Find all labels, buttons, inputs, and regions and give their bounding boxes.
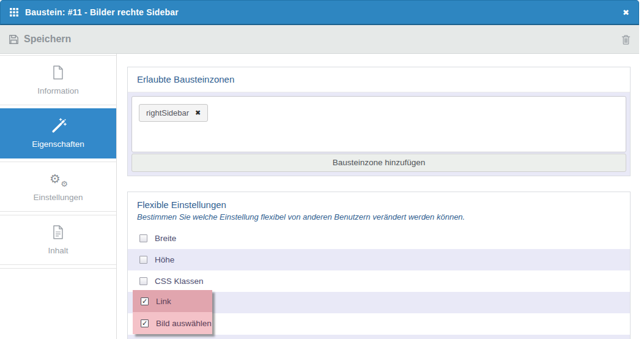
close-icon[interactable]: ✖ — [623, 8, 629, 17]
highlight-overlay: ✓ Link ✓ Bild auswählen — [133, 290, 212, 334]
zone-tag-container[interactable]: rightSidebar ✖ — [131, 96, 626, 152]
sidebar-item-label: Einstellungen — [0, 193, 116, 202]
gears-icon: ⚙ ⚙ — [0, 171, 116, 187]
document-text-icon — [0, 224, 116, 240]
highlighted-option-bild-auswaehlen[interactable]: ✓ Bild auswählen — [133, 312, 212, 334]
option-row-hoehe[interactable]: Höhe — [128, 249, 630, 270]
option-label: Bild auswählen — [156, 319, 212, 328]
zone-tag-label: rightSidebar — [146, 108, 189, 117]
baustein-dialog: Baustein: #11 - Bilder rechte Sidebar ✖ … — [0, 0, 639, 339]
sidebar-divider — [0, 268, 116, 269]
sidebar-item-einstellungen[interactable]: ⚙ ⚙ Einstellungen — [0, 162, 116, 212]
option-row-breite[interactable]: Breite — [128, 228, 630, 249]
grid-icon — [10, 8, 18, 17]
trash-icon — [621, 34, 631, 45]
option-label: Breite — [155, 234, 176, 243]
sidebar-item-label: Eigenschaften — [0, 140, 116, 149]
option-list: Breite Höhe CSS Klassen ✓ Link — [128, 228, 630, 339]
sidebar-item-eigenschaften[interactable]: Eigenschaften — [0, 108, 116, 158]
zone-tag: rightSidebar ✖ — [139, 104, 208, 122]
flexible-panel-header: Flexible Einstellungen Bestimmen Sie wel… — [128, 192, 630, 228]
sidebar-item-information[interactable]: Information — [0, 55, 116, 105]
sidebar: Information Eigenschaften — [0, 54, 117, 339]
option-label: Höhe — [155, 255, 174, 264]
option-label: CSS Klassen — [155, 277, 204, 286]
magic-wand-icon — [0, 117, 116, 134]
floppy-disk-icon — [9, 34, 19, 45]
option-row-css-klassen[interactable]: CSS Klassen — [128, 270, 630, 292]
flexible-panel: Flexible Einstellungen Bestimmen Sie wel… — [127, 192, 631, 339]
content-area: Erlaubte Bausteinzonen rightSidebar ✖ Ba… — [117, 54, 639, 339]
dialog-titlebar: Baustein: #11 - Bilder rechte Sidebar ✖ — [0, 0, 639, 25]
save-button[interactable]: Speichern — [9, 34, 71, 45]
zones-panel-title: Erlaubte Bausteinzonen — [128, 67, 630, 92]
sidebar-item-inhalt[interactable]: Inhalt — [0, 215, 116, 265]
dialog-body: Information Eigenschaften — [0, 54, 639, 339]
delete-button[interactable] — [621, 34, 631, 45]
css-klassen-checkbox[interactable] — [139, 277, 147, 285]
hoehe-checkbox[interactable] — [139, 256, 147, 264]
zones-panel: Erlaubte Bausteinzonen rightSidebar ✖ Ba… — [127, 67, 631, 176]
dialog-title: Baustein: #11 - Bilder rechte Sidebar — [25, 7, 179, 17]
dialog-toolbar: Speichern — [0, 25, 639, 54]
flexible-panel-title: Flexible Einstellungen — [137, 199, 621, 210]
flexible-panel-subtitle: Bestimmen Sie welche Einstellung flexibe… — [137, 212, 621, 222]
zones-panel-body: rightSidebar ✖ Bausteinzone hinzufügen — [128, 92, 630, 176]
check-icon: ✓ — [142, 320, 147, 327]
option-label: Link — [156, 297, 171, 306]
bild-checkbox-highlighted[interactable]: ✓ — [141, 319, 149, 327]
remove-zone-icon[interactable]: ✖ — [195, 109, 201, 117]
highlighted-option-link[interactable]: ✓ Link — [133, 290, 212, 312]
add-zone-button[interactable]: Bausteinzone hinzufügen — [131, 154, 626, 172]
document-icon — [0, 64, 116, 81]
save-button-label: Speichern — [24, 34, 71, 45]
check-icon: ✓ — [142, 298, 147, 305]
option-row-partial — [128, 335, 630, 339]
sidebar-item-label: Information — [0, 86, 116, 95]
sidebar-item-label: Inhalt — [0, 246, 116, 255]
breite-checkbox[interactable] — [139, 234, 147, 242]
link-checkbox-highlighted[interactable]: ✓ — [141, 297, 149, 305]
